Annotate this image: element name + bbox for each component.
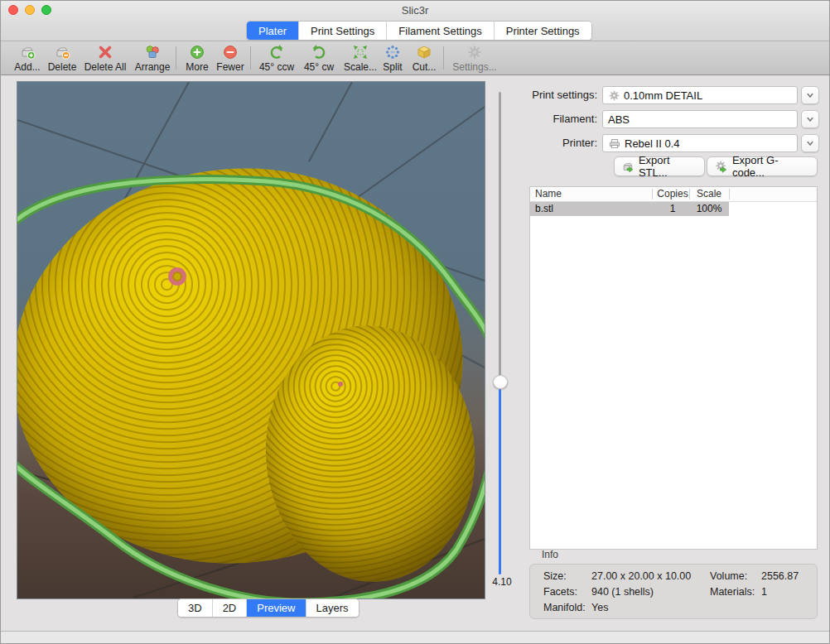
layer-slider-thumb[interactable]	[493, 375, 508, 389]
layer-slider-track[interactable]	[499, 92, 501, 377]
printer-value: Rebel II 0.4	[625, 137, 680, 150]
size-label: Size:	[543, 570, 567, 582]
view-tabs: 3D 2D Preview Layers	[177, 598, 360, 618]
toolbar-separator	[443, 46, 444, 70]
status-bar	[1, 631, 829, 644]
materials-label: Materials:	[710, 586, 755, 598]
plater-settings-panel: Print settings: 0.10mm DETAIL Filament: …	[528, 81, 818, 631]
layer-slider-value: 4.10	[484, 576, 520, 588]
delete-all-icon	[96, 44, 114, 60]
box-remove-icon	[53, 44, 71, 60]
print-settings-combo[interactable]: 0.10mm DETAIL	[602, 86, 798, 104]
chevron-down-icon	[804, 137, 816, 149]
filament-dropdown-button[interactable]	[801, 110, 819, 128]
main-tabs: Plater Print Settings Filament Settings …	[246, 21, 592, 41]
column-header-name[interactable]: Name	[535, 188, 562, 199]
object-list-header: Name Copies Scale	[530, 187, 817, 202]
tab-plater[interactable]: Plater	[247, 22, 299, 40]
tab-filament-settings[interactable]: Filament Settings	[387, 22, 494, 40]
info-box: Size: 27.00 x 20.00 x 10.00 Volume: 2556…	[529, 564, 818, 619]
materials-value: 1	[761, 586, 767, 598]
tab-layers[interactable]: Layers	[306, 599, 359, 617]
volume-label: Volume:	[710, 570, 747, 582]
object-list: Name Copies Scale b.stl 1 100%	[529, 186, 818, 550]
titlebar[interactable]: Slic3r	[1, 1, 829, 19]
fewer-icon	[221, 44, 239, 60]
cut-icon	[415, 44, 433, 60]
window-title: Slic3r	[1, 4, 829, 17]
filament-label: Filament:	[528, 110, 597, 128]
print-settings-value: 0.10mm DETAIL	[624, 89, 702, 102]
cut-button[interactable]: Cut...	[395, 44, 453, 73]
arrange-icon	[143, 44, 162, 60]
chevron-down-icon	[804, 113, 816, 125]
object-copies: 1	[656, 203, 689, 214]
printer-icon	[608, 137, 621, 150]
tab-print-settings[interactable]: Print Settings	[299, 22, 387, 40]
column-header-scale[interactable]: Scale	[693, 188, 725, 199]
manifold-label: Manifold:	[543, 602, 586, 613]
object-scale: 100%	[693, 203, 725, 214]
top-infill-ring	[168, 267, 186, 286]
settings-button[interactable]: Settings...	[446, 44, 504, 73]
rotate-cw-icon	[310, 44, 328, 60]
object-row-bstl[interactable]: b.stl 1 100%	[530, 202, 729, 216]
filament-value: ABS	[608, 113, 630, 126]
tab-preview[interactable]: Preview	[247, 599, 306, 617]
export-stl-icon	[621, 160, 635, 174]
gear-icon	[466, 44, 484, 60]
printer-label: Printer:	[528, 134, 597, 152]
slic3r-window: Slic3r Plater Print Settings Filament Se…	[0, 0, 830, 644]
top-infill-dot	[338, 382, 343, 387]
size-value: 27.00 x 20.00 x 10.00	[591, 570, 691, 582]
volume-value: 2556.87	[761, 570, 799, 582]
toolbar: Add... Delete Delete All Arrange More	[1, 41, 829, 75]
facets-value: 940 (1 shells)	[591, 586, 654, 598]
tab-3d[interactable]: 3D	[178, 599, 213, 617]
facets-label: Facets:	[543, 586, 577, 598]
print-settings-label: Print settings:	[528, 86, 597, 104]
column-header-copies[interactable]: Copies	[656, 188, 689, 199]
printer-combo[interactable]: Rebel II 0.4	[602, 134, 798, 152]
object-name: b.stl	[535, 203, 553, 214]
3d-viewport-canvas[interactable]	[17, 81, 485, 599]
printer-dropdown-button[interactable]	[801, 134, 819, 152]
print-settings-dropdown-button[interactable]	[801, 86, 819, 104]
filament-combo[interactable]: ABS	[602, 110, 798, 128]
info-group-title: Info	[542, 549, 558, 560]
manifold-value: Yes	[591, 602, 608, 613]
layer-slider-track-filled[interactable]	[499, 389, 501, 574]
export-stl-button[interactable]: Export STL...	[614, 156, 705, 176]
tab-2d[interactable]: 2D	[213, 599, 248, 617]
rotate-ccw-icon	[268, 44, 286, 60]
gear-icon	[608, 89, 620, 102]
export-gcode-icon	[714, 160, 728, 174]
export-gcode-button[interactable]: Export G-code...	[707, 156, 818, 176]
tab-printer-settings[interactable]: Printer Settings	[495, 22, 591, 40]
chevron-down-icon	[804, 89, 816, 101]
